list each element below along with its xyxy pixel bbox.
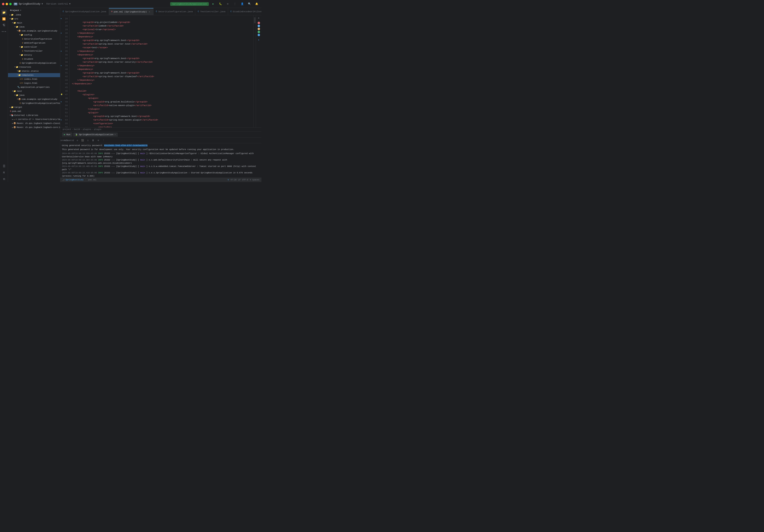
color-orange [258,28,260,30]
bottom-toolbar: Console Actuator ↺ ⬛ ⤓ 🗑 ⚙ ⋮ [60,138,262,143]
status-linesep[interactable]: LF [238,179,241,181]
settings-button[interactable]: ⚙ [225,1,231,7]
file-icon-sec: C [22,38,23,40]
folder-icon-src: 📁 [11,18,13,20]
tab-pom[interactable]: M pom.xml (SpringBootStudy) ✕ [109,8,153,15]
notification-icon[interactable]: 🔔 [254,1,260,7]
restart-btn[interactable]: ↺ [75,138,80,142]
run-config-badge[interactable]: SpringBootStudyApplication [170,2,209,6]
line-32: 32 [60,39,69,42]
tree-item-target[interactable]: 📁 target [8,105,60,109]
label-idea: .idea [14,14,21,16]
pid1: 25333 --- [SpringBootStudy] [ [104,152,139,155]
tree-item-test-java[interactable]: 📁 java [8,93,60,97]
structure-icon[interactable]: 🏗 [1,23,7,28]
tree-item-login[interactable]: </> login.html [8,81,60,85]
code-content[interactable]: <groupId>org.projectlombok</groupId> <ar… [70,15,254,127]
label-props: application.properties [21,86,50,89]
tree-item-entity[interactable]: 📁 entity [8,53,60,57]
close-button[interactable] [2,3,4,5]
stop-btn[interactable]: ⬛ [81,138,85,142]
tree-item-controller[interactable]: 📁 controller [8,45,60,49]
menu-dots[interactable]: ⋮ [232,1,238,7]
tab-testctrl[interactable]: C TestController.java [195,8,228,15]
line-48: 48 [60,96,69,100]
version-control-label: Version control [46,3,68,5]
left-icon-bar: 📁 🔀 🏗 ••• 🗄 M m [0,8,8,182]
tab-label-1: SpringBootStudyApplication.java [65,10,106,13]
label-entity: entity [24,54,32,56]
user-icon[interactable]: 👤 [239,1,245,7]
tree-item-resources[interactable]: 📁 resources [8,65,60,69]
tree-item-src[interactable]: 📁 src [8,17,60,21]
tree-item-app-main[interactable]: C SpringBootStudyApplication [8,61,60,65]
tree-item-app-props[interactable]: 🔧 application.properties [8,85,60,89]
minimize-button[interactable] [6,3,8,5]
tree-item-java[interactable]: 📁 java [8,25,60,29]
tree-item-ext-libs[interactable]: 📚 External Libraries [8,113,60,117]
bottom-icon[interactable]: m [1,176,7,182]
label-com: com.example.springbootstudy [22,30,57,32]
editor-and-bottom: C SpringBootStudyApplication.java M pom.… [60,8,262,182]
label-src: src [14,18,18,20]
tree-item-idea[interactable]: 📁 .idea [8,13,60,17]
tree-item-web-config[interactable]: C WebConfiguration [8,41,60,45]
label-main: main [17,22,22,24]
tree-item-maven1[interactable]: 📦 Maven: ch.qos.logback:logback-classic:… [8,121,60,125]
tree-item-templates[interactable]: 📁 templates [8,73,60,77]
scroll-thumb[interactable] [254,17,256,23]
tree-item-index[interactable]: </> index.html [8,77,60,81]
more-icon[interactable]: ••• [1,29,7,35]
gutter-btn-1[interactable]: ⚙ [257,16,261,20]
search-icon[interactable]: 🔍 [247,1,252,7]
status-branch[interactable]: ⎇ SpringBootStudy [62,179,84,181]
tree-item-test-com[interactable]: 📦 com.example.springbootstudy [8,97,60,101]
label-ext: External Libraries [14,114,38,116]
tree-item-student[interactable]: C Student [8,57,60,61]
tree-item-test[interactable]: 📁 test [8,89,60,93]
gutter-btn-2[interactable]: ● [257,38,261,42]
tree-item-config[interactable]: 📁 config [8,33,60,37]
project-panel-header[interactable]: Project ▼ [8,8,60,13]
project-icon[interactable]: 📁 [1,10,7,15]
status-position[interactable]: 47:20 [231,179,237,181]
line-35: 35 [60,50,69,53]
more-console-btn[interactable]: ⋮ [101,138,105,142]
run-button[interactable]: ▶ [210,1,216,7]
status-indent[interactable]: 4 spaces [250,179,260,181]
tab-close-pom[interactable]: ✕ [148,10,151,13]
tab-run[interactable]: ▶ Run [62,132,72,137]
tab-app-close[interactable]: ✕ [114,133,115,136]
debug-button[interactable]: 🐛 [218,1,223,7]
line-54: 54 [60,118,69,122]
tree-item-pom[interactable]: M pom.xml [8,109,60,113]
tree-item-corretto[interactable]: ☕ < corretto-17 > /Users/eve/Library/Jav… [8,117,60,121]
tree-item-maven2[interactable]: 📦 Maven: ch.qos.logback:logback-core:1.5… [8,125,60,129]
tab-disable[interactable]: C DisableEncodeUrlFilter.class [228,8,262,15]
tree-item-app-tests[interactable]: C SpringBootStudyApplicationTests [8,101,60,105]
tab-app-run[interactable]: 🍃 SpringBootStudyApplication ✕ [73,133,117,137]
scroll-end-btn[interactable]: ⤓ [86,138,90,142]
tree-item-sec-config[interactable]: C SecurityConfiguration [8,37,60,41]
chevron-static [17,70,18,72]
bc-sep1: › [72,128,73,131]
pid4: 25333 --- [SpringBootStudy] [ [104,172,139,174]
status-encoding[interactable]: UTF-8 [242,179,248,181]
chevron-tj [14,94,15,96]
tree-item-main[interactable]: 📁 main [8,21,60,25]
clear-btn[interactable]: 🗑 [91,138,95,142]
tree-item-test-ctrl[interactable]: C TestController [8,49,60,53]
tree-item-static[interactable]: 📁 static.static [8,69,60,73]
tree-item-com-example[interactable]: 📦 com.example.springbootstudy [8,29,60,33]
vcs-icon[interactable]: 🔀 [1,16,7,22]
line-55: 55 [60,122,69,125]
settings-console-btn[interactable]: ⚙ [96,138,100,142]
gradle-icon[interactable]: M [1,170,7,176]
actuator-tab-btn[interactable]: Actuator [67,138,71,142]
maximize-button[interactable] [9,3,12,5]
tab-springbootapp[interactable]: C SpringBootStudyApplication.java [60,8,109,15]
tab-security[interactable]: C SecurityConfiguration.java [153,8,196,15]
database-icon[interactable]: 🗄 [1,164,7,169]
line-27: 27 [60,21,69,24]
run-icon: ▶ [64,133,65,136]
